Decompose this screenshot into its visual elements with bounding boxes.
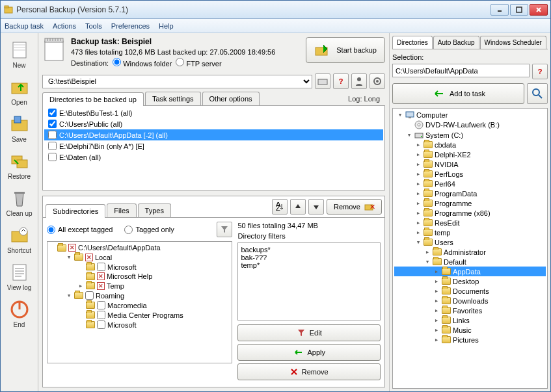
directory-entry[interactable]: E:\Delphi7\Bin (only A*) [E] (44, 140, 383, 151)
node-checkbox[interactable] (97, 320, 105, 329)
fs-node[interactable]: ▸ Administrator (394, 247, 546, 257)
selection-input[interactable] (392, 64, 530, 77)
tab-files[interactable]: Files (107, 203, 136, 217)
fs-node[interactable]: ▸ ResEdit (394, 218, 546, 228)
selection-help-button[interactable]: ? (532, 64, 548, 79)
dest-windows-radio[interactable]: Windows folder (113, 58, 172, 68)
fs-node[interactable]: ▸ Documents (394, 286, 546, 296)
tab-other-options[interactable]: Other options (202, 92, 260, 105)
cleanup-button[interactable]: Clean up (3, 185, 36, 220)
apply-filter-button[interactable]: Apply (237, 344, 381, 361)
directory-entry[interactable]: E:\Daten (all) (44, 151, 383, 163)
directory-entry[interactable]: C:\Users\Public (all) (44, 118, 383, 129)
fs-node[interactable]: ▸ temp (394, 228, 546, 237)
rtab-auto-backup[interactable]: Auto Backup (433, 36, 479, 49)
node-checkbox[interactable] (97, 263, 105, 271)
filter-help-button[interactable] (217, 222, 232, 237)
filter-list[interactable]: backups*bak-???temp* (237, 242, 381, 320)
filter-tagged-radio[interactable]: Tagged only (124, 226, 174, 234)
start-backup-button[interactable]: Start backup (306, 37, 385, 63)
fs-node[interactable]: ▸ Delphi-XE2 (394, 150, 546, 159)
tab-subdirectories[interactable]: Subdirectories (46, 204, 105, 218)
dest-ftp-radio[interactable]: FTP server (176, 58, 221, 68)
fs-node[interactable]: ▸ Music (394, 325, 546, 335)
fs-node[interactable]: ▸ cbdata (394, 140, 546, 150)
tab-types[interactable]: Types (138, 203, 171, 217)
fs-node[interactable]: ▸ NVIDIA (394, 159, 546, 169)
fs-node[interactable]: ▸ Programme (x86) (394, 208, 546, 218)
save-button[interactable]: Save (3, 111, 36, 146)
filter-item[interactable]: backups* (241, 246, 377, 254)
dir-checkbox[interactable] (48, 131, 57, 139)
fs-node[interactable]: DVD-RW-Laufwerk (B:) (394, 120, 546, 130)
filesystem-tree[interactable]: ▾ Computer DVD-RW-Laufwerk (B:)▾ System … (392, 108, 548, 389)
tree-node[interactable]: ✕ Microsoft Help (49, 272, 230, 281)
help-path-button[interactable]: ? (333, 73, 349, 89)
directory-entry[interactable]: C:\Users\Default\AppData [-2] (all) (44, 129, 383, 140)
browse-button[interactable] (315, 73, 330, 89)
tree-node[interactable]: Microsoft (49, 320, 230, 330)
tab-task-settings[interactable]: Task settings (145, 92, 201, 105)
filter-item[interactable]: bak-??? (241, 254, 377, 261)
fs-node[interactable]: ▸ Pictures (394, 335, 546, 345)
up-button[interactable] (290, 199, 306, 215)
fs-node[interactable]: ▾ System (C:) (394, 130, 546, 140)
node-checkbox[interactable] (85, 291, 94, 300)
settings-button[interactable] (370, 73, 385, 89)
dir-checkbox[interactable] (48, 142, 57, 150)
fs-node[interactable]: ▸ Favorites (394, 306, 546, 315)
search-button[interactable] (527, 83, 548, 104)
menu-tools[interactable]: Tools (85, 22, 102, 30)
menu-backup-task[interactable]: Backup task (5, 22, 44, 30)
tree-node[interactable]: ▾ Roaming (49, 291, 230, 300)
minimize-button[interactable] (491, 4, 509, 16)
remove-filter-button[interactable]: Remove (237, 363, 381, 380)
add-to-task-button[interactable]: Add to task (392, 83, 524, 104)
filter-all-radio[interactable]: All except tagged (47, 226, 113, 234)
tree-node[interactable]: ▸ ✕ Temp (49, 281, 230, 291)
sort-button[interactable]: AZ (272, 199, 288, 215)
path-combo[interactable]: G:\test\Beispiel (42, 75, 312, 88)
shortcut-button[interactable]: Shortcut (3, 222, 36, 257)
rtab-directories[interactable]: Directories (392, 36, 433, 49)
restore-button[interactable]: Restore (3, 148, 36, 183)
edit-filter-button[interactable]: Edit (237, 324, 381, 341)
tree-node[interactable]: Media Center Programs (49, 310, 230, 320)
fs-node[interactable]: ▸ Downloads (394, 296, 546, 306)
fs-node[interactable]: ▸ Desktop (394, 276, 546, 286)
menu-help[interactable]: Help (159, 22, 174, 30)
fs-node[interactable]: ▸ Links (394, 315, 546, 325)
fs-node[interactable]: ▾ Computer (394, 110, 546, 120)
options-button[interactable] (351, 73, 367, 89)
node-checkbox[interactable] (97, 311, 105, 319)
directory-entry[interactable]: E:\Butest\BuTest-1 (all) (44, 107, 383, 118)
filter-item[interactable]: temp* (241, 261, 377, 269)
fs-node[interactable]: ▸ AppData (394, 267, 546, 276)
fs-node[interactable]: ▾ Default (394, 257, 546, 267)
fs-node[interactable]: ▸ PerfLogs (394, 169, 546, 179)
fs-node[interactable]: ▸ Perl64 (394, 179, 546, 189)
dir-checkbox[interactable] (48, 153, 57, 161)
remove-dir-button[interactable]: Remove ✕ (327, 199, 382, 215)
dir-checkbox[interactable] (48, 120, 57, 128)
tab-directories[interactable]: Directories to be backed up (42, 92, 144, 106)
subdirectory-tree[interactable]: ✕ C:\Users\Default\AppData ▾ ✕ Local Mic… (47, 241, 232, 363)
new-button[interactable]: New (3, 37, 36, 72)
down-button[interactable] (308, 199, 324, 215)
node-checkbox[interactable] (97, 301, 105, 309)
dir-checkbox[interactable] (48, 109, 57, 117)
menu-actions[interactable]: Actions (53, 22, 76, 30)
fs-node[interactable]: ▸ ProgramData (394, 189, 546, 198)
viewlog-button[interactable]: View log (3, 259, 36, 294)
fs-node[interactable]: ▸ Programme (394, 198, 546, 208)
end-button[interactable]: End (3, 296, 36, 331)
fs-node[interactable]: ▾ Users (394, 237, 546, 247)
open-button[interactable]: Open (3, 74, 36, 109)
menu-preferences[interactable]: Preferences (111, 22, 150, 30)
close-button[interactable] (530, 4, 548, 16)
maximize-button[interactable] (510, 4, 528, 16)
rtab-scheduler[interactable]: Windows Scheduler (480, 36, 546, 49)
directory-list[interactable]: E:\Butest\BuTest-1 (all) C:\Users\Public… (42, 106, 385, 190)
tree-node[interactable]: Microsoft (49, 262, 230, 272)
tree-node[interactable]: ▾ ✕ Local (49, 252, 230, 262)
